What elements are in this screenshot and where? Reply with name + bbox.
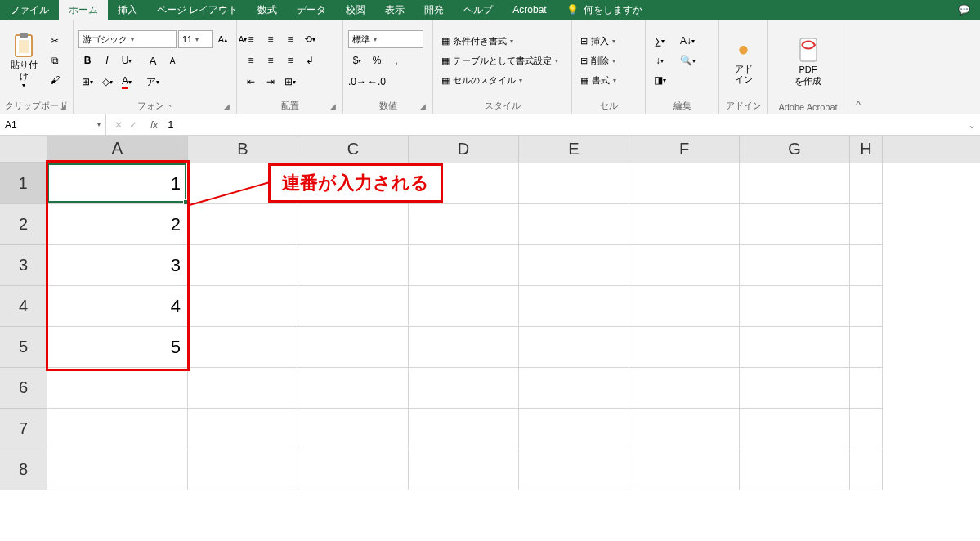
format-painter-button[interactable]: 🖌: [46, 71, 64, 89]
cell-C3[interactable]: [298, 245, 409, 286]
cell-F3[interactable]: [629, 245, 740, 286]
cell-H6[interactable]: [850, 368, 883, 409]
fill-color-button[interactable]: ◇▾: [98, 73, 116, 91]
sort-filter-button[interactable]: A↓▾: [678, 32, 696, 50]
orientation-button[interactable]: ⟲▾: [301, 30, 319, 48]
cell-D3[interactable]: [409, 245, 519, 286]
cell-D5[interactable]: [409, 327, 519, 368]
cell-G4[interactable]: [740, 286, 850, 327]
cell-F7[interactable]: [629, 409, 740, 449]
cell-C6[interactable]: [298, 368, 409, 409]
cell-F2[interactable]: [629, 204, 740, 245]
cell-F8[interactable]: [629, 449, 740, 490]
cell-B7[interactable]: [188, 409, 298, 449]
font-size-combo[interactable]: 11▾: [178, 30, 213, 48]
cell-G2[interactable]: [740, 204, 850, 245]
accounting-button[interactable]: $▾: [348, 51, 366, 69]
create-pdf-button[interactable]: PDFを作成: [784, 23, 833, 101]
collapse-ribbon-button[interactable]: ^: [848, 20, 868, 114]
clear-button[interactable]: ◨▾: [651, 71, 669, 89]
align-center-button[interactable]: ≡: [262, 51, 280, 69]
format-as-table-button[interactable]: ▦テーブルとして書式設定▾: [438, 51, 562, 69]
cell-D7[interactable]: [409, 409, 519, 449]
delete-cells-button[interactable]: ⊟削除▾: [577, 51, 620, 69]
conditional-formatting-button[interactable]: ▦条件付き書式▾: [438, 32, 562, 50]
increase-indent-button[interactable]: ⇥: [262, 73, 280, 91]
copy-button[interactable]: ⧉: [46, 51, 64, 69]
cell-B2[interactable]: [188, 204, 298, 245]
row-header-6[interactable]: 6: [0, 368, 47, 409]
autosum-button[interactable]: ∑▾: [651, 32, 669, 50]
cell-F6[interactable]: [629, 368, 740, 409]
align-right-button[interactable]: ≡: [281, 51, 299, 69]
cell-G5[interactable]: [740, 327, 850, 368]
column-header-D[interactable]: D: [409, 136, 519, 163]
cell-E3[interactable]: [519, 245, 629, 286]
row-header-8[interactable]: 8: [0, 449, 47, 490]
cell-styles-button[interactable]: ▦セルのスタイル▾: [438, 71, 562, 89]
tab-home[interactable]: ホーム: [59, 0, 108, 20]
fx-button[interactable]: fx: [145, 119, 163, 131]
cell-H3[interactable]: [850, 245, 883, 286]
underline-button[interactable]: U ▾: [118, 51, 136, 69]
number-dialog-launcher[interactable]: ◢: [418, 102, 427, 112]
cell-E2[interactable]: [519, 204, 629, 245]
tab-review[interactable]: 校閲: [336, 0, 375, 20]
cell-G8[interactable]: [740, 449, 850, 490]
column-header-B[interactable]: B: [188, 136, 298, 163]
cell-D4[interactable]: [409, 286, 519, 327]
decrease-font-alt-button[interactable]: A: [163, 51, 181, 69]
formula-input[interactable]: [163, 114, 964, 135]
cell-C8[interactable]: [298, 449, 409, 490]
cell-B6[interactable]: [188, 368, 298, 409]
row-header-1[interactable]: 1: [0, 163, 47, 204]
tab-page-layout[interactable]: ページ レイアウト: [147, 0, 248, 20]
font-dialog-launcher[interactable]: ◢: [222, 102, 231, 112]
cell-F5[interactable]: [629, 327, 740, 368]
cell-E7[interactable]: [519, 409, 629, 449]
wrap-text-button[interactable]: ↲: [301, 51, 319, 69]
cell-H7[interactable]: [850, 409, 883, 449]
column-header-E[interactable]: E: [519, 136, 629, 163]
decrease-indent-button[interactable]: ⇤: [242, 73, 260, 91]
cell-B4[interactable]: [188, 286, 298, 327]
cancel-formula-button[interactable]: ✕: [114, 119, 123, 131]
chevron-down-icon[interactable]: ▾: [97, 121, 101, 128]
tab-developer[interactable]: 開発: [414, 0, 454, 20]
name-box[interactable]: ▾: [0, 114, 106, 135]
tab-file[interactable]: ファイル: [0, 0, 59, 20]
increase-font-alt-button[interactable]: A: [144, 51, 162, 69]
cell-D8[interactable]: [409, 449, 519, 490]
enter-formula-button[interactable]: ✓: [129, 119, 137, 131]
percent-button[interactable]: %: [368, 51, 386, 69]
cell-B3[interactable]: [188, 245, 298, 286]
column-header-C[interactable]: C: [298, 136, 409, 163]
cell-E6[interactable]: [519, 368, 629, 409]
number-format-combo[interactable]: 標準▾: [348, 30, 423, 48]
row-header-4[interactable]: 4: [0, 286, 47, 327]
cell-C4[interactable]: [298, 286, 409, 327]
column-header-A[interactable]: A: [47, 136, 188, 163]
font-color-button[interactable]: A▾: [118, 73, 136, 91]
merge-button[interactable]: ⊞▾: [281, 73, 299, 91]
tab-insert[interactable]: 挿入: [108, 0, 147, 20]
bold-button[interactable]: B: [78, 51, 96, 69]
select-all-corner[interactable]: [0, 136, 47, 163]
cell-E5[interactable]: [519, 327, 629, 368]
font-name-combo[interactable]: 游ゴシック▾: [78, 30, 177, 48]
tab-formulas[interactable]: 数式: [248, 0, 287, 20]
column-header-F[interactable]: F: [629, 136, 740, 163]
find-select-button[interactable]: 🔍▾: [678, 51, 696, 69]
italic-button[interactable]: I: [98, 51, 116, 69]
cell-F1[interactable]: [629, 163, 740, 204]
comma-button[interactable]: ,: [387, 51, 405, 69]
tab-data[interactable]: データ: [287, 0, 336, 20]
tab-help[interactable]: ヘルプ: [454, 0, 503, 20]
align-top-button[interactable]: ≡: [242, 30, 260, 48]
align-left-button[interactable]: ≡: [242, 51, 260, 69]
row-header-5[interactable]: 5: [0, 327, 47, 368]
column-header-H[interactable]: H: [850, 136, 883, 163]
cell-F4[interactable]: [629, 286, 740, 327]
alignment-dialog-launcher[interactable]: ◢: [328, 102, 338, 112]
increase-font-button[interactable]: A▴: [214, 30, 232, 48]
